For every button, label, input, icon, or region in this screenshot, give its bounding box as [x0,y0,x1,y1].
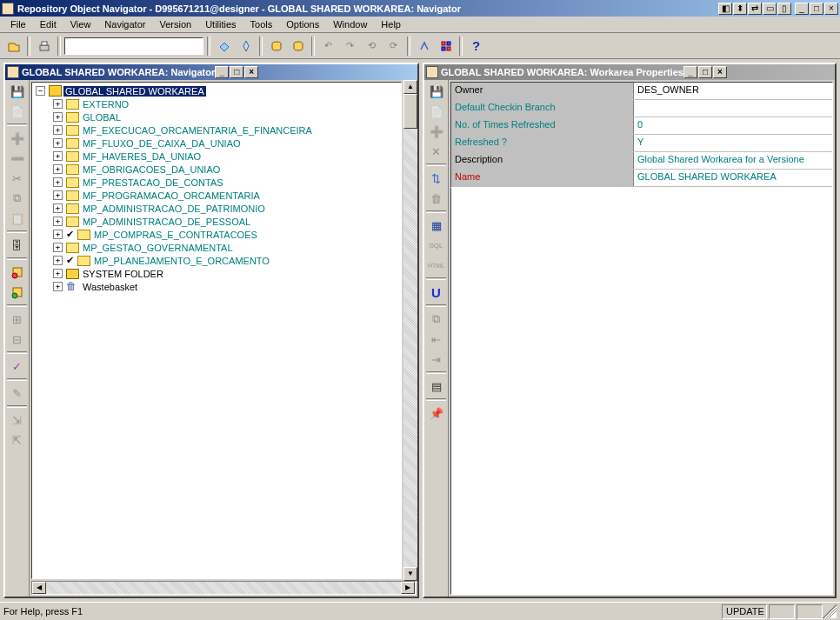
resize-grip[interactable] [823,604,837,618]
sb-mark-icon[interactable]: ✓ [7,357,27,376]
sb-tool-a-icon[interactable]: 🗄 [7,236,27,255]
psb-new-icon[interactable]: 📄 [426,102,446,121]
property-value[interactable]: Y [634,135,832,151]
psb-sql-icon[interactable]: SQL [426,236,446,255]
tree-item[interactable]: +MF_OBRIGACOES_DA_UNIAO [32,163,401,176]
tb-tool-8[interactable] [436,37,456,56]
tree-item-label[interactable]: MP_GESTAO_GOVERNAMENTAL [81,243,235,253]
tree-expander[interactable]: + [53,125,63,135]
nav-max-button[interactable]: □ [230,66,243,78]
menu-tools[interactable]: Tools [243,17,280,31]
property-row[interactable]: NameGLOBAL SHARED WORKAREA [451,170,832,187]
tree-item[interactable]: +MF_PRESTACAO_DE_CONTAS [32,176,401,189]
sb-tool-z-icon[interactable]: ⇱ [7,430,27,450]
sb-tree-icon[interactable]: ⇲ [7,410,27,430]
tb-search-input[interactable] [64,37,203,55]
prop-max-button[interactable]: □ [698,66,712,78]
tree-item[interactable]: +MF_FLUXO_DE_CAIXA_DA_UNIAO [32,137,401,150]
tree-expander[interactable]: + [53,256,63,265]
tree-expander[interactable]: + [53,177,63,187]
tree-root-label[interactable]: GLOBAL SHARED WORKAREA [63,86,206,97]
sb-new-icon[interactable]: 📄 [7,102,27,121]
vscroll-down[interactable]: ▼ [403,567,417,581]
ext-btn-5[interactable]: ▯ [777,3,791,15]
property-value[interactable]: Global Shared Workarea for a Versione [634,152,832,169]
tree-expander[interactable]: + [53,151,63,161]
tree-item[interactable]: +SYSTEM FOLDER [32,267,401,280]
tree-expander[interactable]: + [53,164,63,174]
tree-item-label[interactable]: SYSTEM FOLDER [81,269,165,279]
psb-trash-icon[interactable]: 🗑 [426,189,446,208]
tb-help[interactable]: ? [466,37,486,56]
menu-options[interactable]: Options [279,17,326,31]
property-value[interactable] [634,100,832,117]
tb-tool-2[interactable] [236,37,256,56]
menu-navigator[interactable]: Navigator [97,17,152,31]
tree-item[interactable]: +MP_ADMINISTRACAO_DE_PATRIMONIO [32,202,401,215]
tb-tool-5[interactable]: ⟲ [362,37,382,56]
tree-expander[interactable]: + [53,190,63,200]
tree-item-label[interactable]: MF_FLUXO_DE_CAIXA_DA_UNIAO [81,138,243,149]
tree-item-label[interactable]: MP_COMPRAS_E_CONTRATACOES [92,230,259,240]
tb-db-2[interactable] [288,37,308,56]
sb-remove-icon[interactable]: ➖ [7,149,27,168]
tb-tool-6[interactable]: ⟳ [383,37,403,56]
sb-checkin-icon[interactable] [7,263,27,282]
tree-item-label[interactable]: GLOBAL [81,112,123,123]
property-row[interactable]: Default Checkin Branch [451,100,832,117]
property-row[interactable]: OwnerDES_OWNER [451,83,832,100]
tb-open[interactable] [3,37,23,56]
tree-item-label[interactable]: EXTERNO [81,99,130,110]
tree-item[interactable]: +MF_PROGRAMACAO_ORCAMENTARIA [32,189,401,202]
navigator-titlebar[interactable]: GLOBAL SHARED WORKAREA: Navigator _ □ × [5,64,417,80]
psb-del-icon[interactable]: ✕ [426,142,446,161]
sb-checkout-icon[interactable] [7,283,27,302]
hscroll-left[interactable]: ◀ [32,582,46,594]
tree-item[interactable]: +✔MP_PLANEJAMENTO_E_ORCAMENTO [32,254,401,267]
sb-expand-icon[interactable]: ⊞ [7,310,27,329]
psb-save-icon[interactable]: 💾 [426,82,446,101]
tree-expander[interactable]: + [53,112,63,122]
nav-close-button[interactable]: × [244,66,258,78]
psb-html-icon[interactable]: HTML [426,256,446,275]
tb-undo[interactable]: ↶ [318,37,338,56]
property-row[interactable]: DescriptionGlobal Shared Workarea for a … [451,152,832,170]
tree-item[interactable]: +✔MP_COMPRAS_E_CONTRATACOES [32,228,401,241]
vscroll-up[interactable]: ▲ [403,80,417,94]
psb-right-icon[interactable]: ⇥ [426,350,446,369]
ext-btn-2[interactable]: ⬍ [733,3,747,15]
psb-copy-icon[interactable]: ⧉ [426,310,446,329]
tree-item-label[interactable]: Wastebasket [81,282,139,292]
sb-collapse-icon[interactable]: ⊟ [7,330,27,349]
tree-expander[interactable]: + [53,269,63,278]
tree-expander[interactable]: + [53,138,63,148]
tree-item-label[interactable]: MF_PROGRAMACAO_ORCAMENTARIA [81,190,262,201]
tb-tool-7[interactable] [414,37,434,56]
nav-hscroll[interactable]: ◀ ▶ [31,581,416,595]
tree-item-label[interactable]: MF_HAVERES_DA_UNIAO [81,151,203,162]
menu-help[interactable]: Help [374,17,408,31]
psb-add-icon[interactable]: ➕ [426,122,446,141]
tree-item-label[interactable]: MF_OBRIGACOES_DA_UNIAO [81,164,222,175]
psb-grid-icon[interactable]: ▦ [426,216,446,235]
psb-tool1-icon[interactable]: ⇅ [426,169,446,188]
tb-tool-1[interactable] [214,37,234,56]
menu-view[interactable]: View [63,17,98,31]
menu-version[interactable]: Version [152,17,198,31]
tree-expander[interactable]: − [36,86,45,96]
prop-min-button[interactable]: _ [683,66,697,78]
tb-redo[interactable]: ↷ [340,37,360,56]
tree-expander[interactable]: + [53,243,63,252]
ext-btn-1[interactable]: ◧ [718,3,732,15]
tree-item[interactable]: +MP_GESTAO_GOVERNAMENTAL [32,241,401,254]
property-value[interactable]: GLOBAL SHARED WORKAREA [634,170,832,186]
menu-window[interactable]: Window [326,17,374,31]
sb-paste-icon[interactable]: 📋 [7,209,27,228]
properties-titlebar[interactable]: GLOBAL SHARED WORKAREA: Workarea Propert… [424,64,835,80]
maximize-button[interactable]: □ [810,3,823,15]
tree-expander[interactable]: + [53,203,63,213]
prop-close-button[interactable]: × [713,66,727,78]
nav-vscroll[interactable]: ▲ ▼ [403,80,417,581]
ext-btn-3[interactable]: ⇄ [748,3,762,15]
tree-item-label[interactable]: MF_PRESTACAO_DE_CONTAS [81,177,225,188]
